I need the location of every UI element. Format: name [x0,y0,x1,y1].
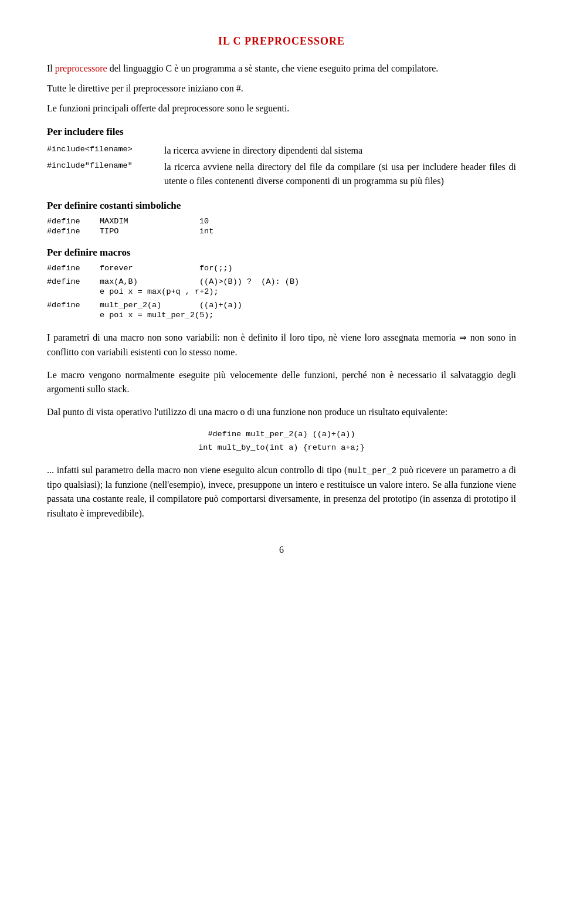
define-mult-kw: #define [47,300,100,310]
define-forever-row: #define forever for(;;) [47,263,516,273]
intro-paragraph-3: Le funzioni principali offerte dal prepr… [47,101,516,116]
define-forever-val: for(;;) [199,263,516,273]
define-constants-table: #define MAXDIM 10 #define TIPO int [47,216,516,236]
define-max-continuation: e poi x = max(p+q , r+2); [100,287,516,297]
include-code-1: #include<filename> [47,142,164,159]
define-max-val: ((A)>(B)) ? (A): (B) [199,277,516,287]
define-max-continuation-row: e poi x = max(p+q , r+2); [47,287,516,297]
include-section-heading: Per includere files [47,126,516,138]
body-para-1: I parametri di una macro non sono variab… [47,331,516,360]
include-table: #include<filename> la ricerca avviene in… [47,142,516,189]
define-mult-name: mult_per_2(a) [100,300,199,310]
code-line-2: int mult_by_to(int a) {return a+a;} [47,441,516,455]
define-constants-row-2: #define TIPO int [47,226,516,236]
final-paragraph: ... infatti sul parametro della macro no… [47,463,516,521]
define-forever-table: #define forever for(;;) [47,263,516,273]
intro-paragraph-2: Tutte le direttive per il preprocessore … [47,81,516,96]
define-mult-table: #define mult_per_2(a) ((a)+(a)) e poi x … [47,300,516,320]
define-kw-2: #define [47,226,100,236]
define-max-row: #define max(A,B) ((A)>(B)) ? (A): (B) [47,277,516,287]
define-max-name: max(A,B) [100,277,199,287]
define-constants-section: Per definire costanti simboliche #define… [47,200,516,236]
define-mult-continuation-row: e poi x = mult_per_2(5); [47,310,516,320]
page-number: 6 [47,545,516,555]
define-kw-1: #define [47,216,100,226]
body-para-2: Le macro vengono normalmente eseguite pi… [47,368,516,398]
include-code-2: #include"filename" [47,159,164,189]
define-macros-heading: Per definire macros [47,247,516,259]
mono-mult-per-2: mult_per_2 [347,466,396,475]
define-mult-kw-blank [47,310,100,320]
define-macros-section: Per definire macros #define forever for(… [47,247,516,320]
include-desc-2: la ricerca avviene nella directory del f… [164,159,516,189]
code-line-1: #define mult_per_2(a) ((a)+(a)) [47,428,516,441]
define-max-table: #define max(A,B) ((A)>(B)) ? (A): (B) e … [47,277,516,297]
highlight-preprocessore: preprocessore [55,63,107,73]
page-title: IL C PREPROCESSORE [47,35,516,47]
include-desc-1: la ricerca avviene in directory dipenden… [164,142,516,159]
define-mult-continuation: e poi x = mult_per_2(5); [100,310,516,320]
define-val-1: 10 [199,216,516,226]
define-forever-kw: #define [47,263,100,273]
define-name-1: MAXDIM [100,216,199,226]
define-val-2: int [199,226,516,236]
arrow-symbol: ⇒ [459,333,467,342]
define-constants-heading: Per definire costanti simboliche [47,200,516,212]
define-forever-name: forever [100,263,199,273]
define-constants-row-1: #define MAXDIM 10 [47,216,516,226]
intro-paragraph-1: Il preprocessore del linguaggio C è un p… [47,62,516,76]
code-block: #define mult_per_2(a) ((a)+(a)) int mult… [47,428,516,455]
define-max-kw-blank [47,287,100,297]
define-mult-val: ((a)+(a)) [199,300,516,310]
define-name-2: TIPO [100,226,199,236]
body-para-3: Dal punto di vista operativo l'utilizzo … [47,405,516,420]
include-row-2: #include"filename" la ricerca avviene ne… [47,159,516,189]
define-mult-row: #define mult_per_2(a) ((a)+(a)) [47,300,516,310]
define-max-kw: #define [47,277,100,287]
body-paragraphs: I parametri di una macro non sono variab… [47,331,516,521]
include-row-1: #include<filename> la ricerca avviene in… [47,142,516,159]
